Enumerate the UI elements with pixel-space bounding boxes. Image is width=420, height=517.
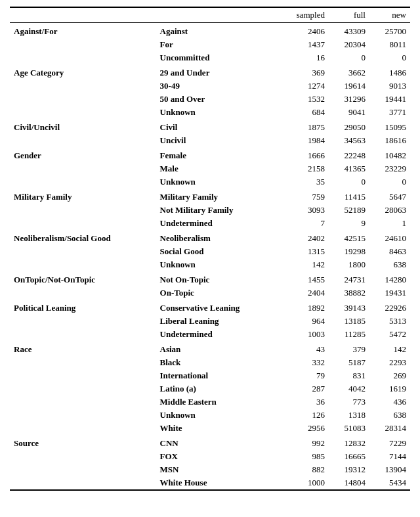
group-label	[10, 204, 156, 217]
new-value: 638	[369, 258, 410, 271]
group-label	[10, 409, 156, 422]
full-value: 34563	[329, 134, 369, 147]
new-value: 8463	[369, 245, 410, 258]
new-value: 25700	[369, 23, 410, 39]
new-value: 5647	[369, 189, 410, 204]
group-label	[10, 51, 156, 64]
sub-label: Latino (a)	[156, 382, 278, 395]
new-value: 8011	[369, 38, 410, 51]
table-row: White29565108328314	[10, 422, 410, 435]
full-value: 11415	[329, 189, 369, 204]
full-value: 19312	[329, 463, 369, 476]
col-header-full: full	[329, 7, 369, 23]
sampled-value: 1892	[278, 300, 329, 315]
new-value: 5434	[369, 476, 410, 490]
new-value: 24610	[369, 230, 410, 245]
new-value: 28314	[369, 422, 410, 435]
sampled-value: 2404	[278, 286, 329, 300]
group-label: Political Leaning	[10, 300, 156, 315]
sub-label: Asian	[156, 341, 278, 356]
table-row: Uncivil19843456318616	[10, 134, 410, 147]
full-value: 3662	[329, 64, 369, 79]
table-footer-border	[10, 490, 410, 493]
table-row: Against/ForAgainst24064330925700	[10, 23, 410, 39]
table-row: Latino (a)28740421619	[10, 382, 410, 395]
table-row: Unknown1261318638	[10, 409, 410, 422]
group-label	[10, 38, 156, 51]
group-label	[10, 476, 156, 490]
full-value: 11285	[329, 328, 369, 341]
sub-label: Unknown	[156, 258, 278, 271]
full-value: 43309	[329, 23, 369, 39]
new-value: 638	[369, 409, 410, 422]
group-label	[10, 382, 156, 395]
group-label	[10, 217, 156, 230]
table-row: Not Military Family30935218928063	[10, 204, 410, 217]
sampled-value: 2406	[278, 23, 329, 39]
new-value: 7144	[369, 450, 410, 463]
sub-label: Uncommitted	[156, 51, 278, 64]
new-value: 19441	[369, 93, 410, 106]
new-value: 1	[369, 217, 410, 230]
table-row: Military FamilyMilitary Family7591141556…	[10, 189, 410, 204]
table-row: Political LeaningConservative Leaning189…	[10, 300, 410, 315]
full-value: 24731	[329, 271, 369, 286]
sampled-value: 7	[278, 217, 329, 230]
sub-label: Undetermined	[156, 217, 278, 230]
sampled-value: 79	[278, 369, 329, 382]
group-label	[10, 286, 156, 300]
sampled-value: 992	[278, 435, 329, 450]
group-label: Source	[10, 435, 156, 450]
sampled-value: 1875	[278, 119, 329, 134]
sub-label: Male	[156, 162, 278, 175]
sampled-value: 1437	[278, 38, 329, 51]
sub-label: 30-49	[156, 79, 278, 93]
sampled-value: 1000	[278, 476, 329, 490]
sampled-value: 964	[278, 315, 329, 328]
sub-label: White	[156, 422, 278, 435]
sampled-value: 1666	[278, 147, 329, 162]
sampled-value: 1984	[278, 134, 329, 147]
table-row: 30-491274196149013	[10, 79, 410, 93]
sampled-value: 684	[278, 106, 329, 119]
sub-label: Unknown	[156, 175, 278, 189]
new-value: 436	[369, 395, 410, 409]
new-value: 3771	[369, 106, 410, 119]
sampled-value: 332	[278, 356, 329, 369]
group-label: OnTopic/Not-OnTopic	[10, 271, 156, 286]
sub-label: Undetermined	[156, 328, 278, 341]
col-header-sub	[156, 7, 278, 23]
sub-label: Unknown	[156, 106, 278, 119]
sub-label: Military Family	[156, 189, 278, 204]
sub-label: CNN	[156, 435, 278, 450]
sampled-value: 369	[278, 64, 329, 79]
group-label	[10, 106, 156, 119]
group-label	[10, 175, 156, 189]
full-value: 41365	[329, 162, 369, 175]
full-value: 38882	[329, 286, 369, 300]
new-value: 28063	[369, 204, 410, 217]
table-row: Unknown3500	[10, 175, 410, 189]
table-row: Undetermined1003112855472	[10, 328, 410, 341]
group-label	[10, 162, 156, 175]
new-value: 23229	[369, 162, 410, 175]
full-value: 831	[329, 369, 369, 382]
sub-label: MSN	[156, 463, 278, 476]
table-row: Middle Eastern36773436	[10, 395, 410, 409]
group-label	[10, 450, 156, 463]
new-value: 14280	[369, 271, 410, 286]
table-row: FOX985166657144	[10, 450, 410, 463]
new-value: 1619	[369, 382, 410, 395]
new-value: 7229	[369, 435, 410, 450]
col-header-new: new	[369, 7, 410, 23]
table-row: Unknown68490413771	[10, 106, 410, 119]
sampled-value: 142	[278, 258, 329, 271]
group-label	[10, 369, 156, 382]
table-row: Black33251872293	[10, 356, 410, 369]
sub-label: Uncivil	[156, 134, 278, 147]
sampled-value: 1455	[278, 271, 329, 286]
new-value: 22926	[369, 300, 410, 315]
full-value: 9	[329, 217, 369, 230]
sub-label: Female	[156, 147, 278, 162]
table-row: SourceCNN992128327229	[10, 435, 410, 450]
